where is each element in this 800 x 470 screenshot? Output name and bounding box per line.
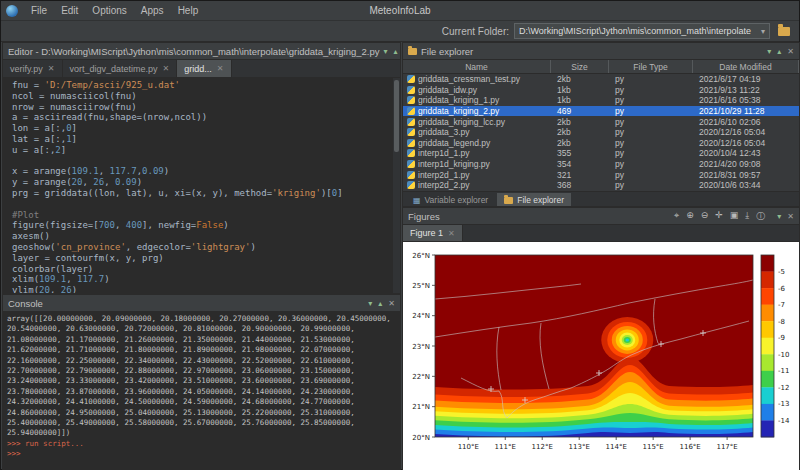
- editor-tab[interactable]: verify.py✕: [3, 60, 63, 77]
- file-size-cell: 355: [551, 148, 609, 158]
- svg-text:21°N: 21°N: [412, 403, 430, 411]
- editor-tab[interactable]: gridd...✕: [177, 60, 231, 77]
- tab-close-icon[interactable]: ✕: [217, 64, 224, 73]
- menu-items: FileEditOptionsAppsHelp: [24, 3, 205, 18]
- file-size-cell: 2kb: [551, 127, 609, 137]
- console-output-line: 25.40000000, 25.49000000, 25.58000000, 2…: [7, 418, 396, 428]
- file-row[interactable]: interp2d_1.py321py2021/8/31 09:57: [403, 169, 799, 180]
- tab-close-icon[interactable]: ✕: [48, 64, 55, 73]
- file-row[interactable]: griddata_3.py2kbpy2020/12/16 05:04: [403, 127, 799, 138]
- column-header-file-type[interactable]: File Type: [609, 60, 693, 73]
- file-type-cell: py: [609, 180, 693, 190]
- file-row[interactable]: griddata_cressman_test.py2kbpy2021/6/17 …: [403, 74, 799, 85]
- file-row[interactable]: interp2d_2.py368py2020/10/6 03:44: [403, 180, 799, 191]
- panel-minimize-icon[interactable]: ▾: [777, 212, 781, 221]
- python-file-icon: [407, 86, 415, 94]
- file-date-cell: 2021/10/29 11:28: [693, 106, 799, 116]
- menu-options[interactable]: Options: [85, 3, 133, 18]
- editor-tab[interactable]: vort_digv_datetime.py✕: [63, 60, 178, 77]
- python-file-icon: [407, 96, 415, 104]
- panel-close-icon[interactable]: ✕: [388, 299, 395, 308]
- code-editor[interactable]: fnu = 'D:/Temp/ascii/925_u.dat'ncol = nu…: [3, 78, 400, 294]
- menu-help[interactable]: Help: [171, 3, 206, 18]
- file-row[interactable]: interp1d_1.py355py2020/10/4 12:43: [403, 148, 799, 159]
- code-line: figure(figsize=[700, 400], newfig=False): [12, 220, 390, 231]
- menu-edit[interactable]: Edit: [54, 3, 85, 18]
- code-line: a = asciiread(fnu,shape=(nrow,ncol)): [12, 112, 390, 123]
- figures-panel-header: Figures ⌖⊕⊖✛▣⤓ⓘ ▾ ✕: [403, 208, 799, 225]
- panel-float-icon[interactable]: ▴: [378, 299, 382, 308]
- console-output-line: 24.86000000, 24.95000000, 25.04000000, 2…: [7, 408, 396, 418]
- zoom-out-icon[interactable]: ⊖: [701, 210, 709, 223]
- panel-close-icon[interactable]: ✕: [787, 212, 794, 221]
- file-name: griddata_cressman_test.py: [418, 74, 520, 84]
- file-name: interp2d_1.py: [418, 170, 470, 180]
- tab-close-icon[interactable]: ✕: [448, 229, 455, 238]
- chevron-down-icon[interactable]: ▾: [758, 27, 765, 36]
- current-folder-combobox[interactable]: D:\Working\MIScript\Jython\mis\common_ma…: [514, 23, 770, 39]
- full-extent-icon[interactable]: ▣: [730, 210, 739, 223]
- figure-tab[interactable]: Figure 1 ✕: [403, 225, 463, 241]
- menu-apps[interactable]: Apps: [134, 3, 171, 18]
- console-panel: Console ▾ ▴ ✕ array([[20.00000000, 20.09…: [2, 294, 401, 470]
- file-size-cell: 368: [551, 180, 609, 190]
- file-size-cell: 2kb: [551, 117, 609, 127]
- column-header-date-modified[interactable]: Date Modified: [693, 60, 799, 73]
- console-prompt-line: >>>: [7, 449, 396, 459]
- console-output-line: 23.78000000, 23.87000000, 23.96000000, 2…: [7, 387, 396, 397]
- dock-tab-file-explorer[interactable]: File explorer: [497, 193, 571, 208]
- file-row[interactable]: griddata_kriging_1.py1kbpy2021/6/16 05:3…: [403, 95, 799, 106]
- editor-tab-label: gridd...: [184, 64, 212, 74]
- svg-text:-13: -13: [778, 400, 789, 408]
- column-header-name[interactable]: Name: [403, 60, 551, 73]
- panel-minimize-icon[interactable]: ▾: [384, 47, 388, 56]
- column-header-size[interactable]: Size: [551, 60, 609, 73]
- app-logo-icon: [6, 5, 18, 17]
- figure-canvas[interactable]: 110°E111°E112°E113°E114°E115°E116°E117°E…: [403, 242, 799, 470]
- file-date-cell: 2020/10/4 12:43: [693, 148, 799, 158]
- python-file-icon: [407, 149, 415, 157]
- console-output[interactable]: array([[20.00000000, 20.09000000, 20.180…: [3, 312, 400, 470]
- panel-minimize-icon[interactable]: ▾: [368, 299, 372, 308]
- code-line: ylim(20, 26): [12, 285, 390, 294]
- console-output-line: 25.94000000]]): [7, 428, 396, 438]
- dock-tab-label: Variable explorer: [425, 195, 489, 205]
- current-folder-label: Current Folder:: [442, 26, 509, 37]
- browse-folder-button[interactable]: [775, 23, 793, 40]
- svg-text:-8: -8: [778, 318, 785, 326]
- svg-text:-9: -9: [778, 334, 785, 342]
- file-row[interactable]: griddata_kriging_lcc.py2kbpy2021/6/10 02…: [403, 116, 799, 127]
- svg-text:26°N: 26°N: [412, 252, 430, 260]
- panel-float-icon[interactable]: ▴: [394, 47, 398, 56]
- info-icon[interactable]: ⓘ: [756, 210, 765, 223]
- editor-scrollbar[interactable]: [393, 78, 400, 293]
- dock-tab-label: File explorer: [517, 195, 564, 205]
- file-date-cell: 2020/12/16 05:04: [693, 138, 799, 148]
- file-row[interactable]: griddata_kriging_2.py469py2021/10/29 11:…: [403, 106, 799, 117]
- pointer-icon[interactable]: ⌖: [674, 210, 679, 223]
- code-line: [12, 156, 390, 167]
- figures-panel: Figures ⌖⊕⊖✛▣⤓ⓘ ▾ ✕ Figure 1 ✕: [402, 207, 800, 470]
- panel-minimize-icon[interactable]: ▾: [767, 47, 771, 56]
- python-file-icon: [407, 128, 415, 136]
- python-file-icon: [407, 160, 415, 168]
- file-type-cell: py: [609, 138, 693, 148]
- file-explorer-title: File explorer: [421, 46, 473, 57]
- code-line: axesm(): [12, 231, 390, 242]
- dock-tab-variable-explorer[interactable]: ▦Variable explorer: [406, 193, 495, 208]
- code-line: lon = a[:,0]: [12, 123, 390, 134]
- file-row[interactable]: griddata_idw.py1kbpy2021/9/13 11:22: [403, 85, 799, 96]
- file-size-cell: 1kb: [551, 85, 609, 95]
- file-row[interactable]: griddata_legend.py2kbpy2020/12/16 05:04: [403, 138, 799, 149]
- file-row[interactable]: interp1d_kriging.py354py2021/4/20 09:08: [403, 159, 799, 170]
- menu-file[interactable]: File: [24, 3, 54, 18]
- panel-close-icon[interactable]: ✕: [787, 47, 794, 56]
- zoom-in-icon[interactable]: ⊕: [686, 210, 694, 223]
- pan-icon[interactable]: ✛: [715, 210, 723, 223]
- file-name-cell: griddata_kriging_1.py: [403, 95, 551, 105]
- panel-float-icon[interactable]: ▴: [777, 47, 781, 56]
- file-type-cell: py: [609, 95, 693, 105]
- tab-close-icon[interactable]: ✕: [163, 64, 170, 73]
- file-size-cell: 469: [551, 106, 609, 116]
- save-icon[interactable]: ⤓: [745, 210, 749, 223]
